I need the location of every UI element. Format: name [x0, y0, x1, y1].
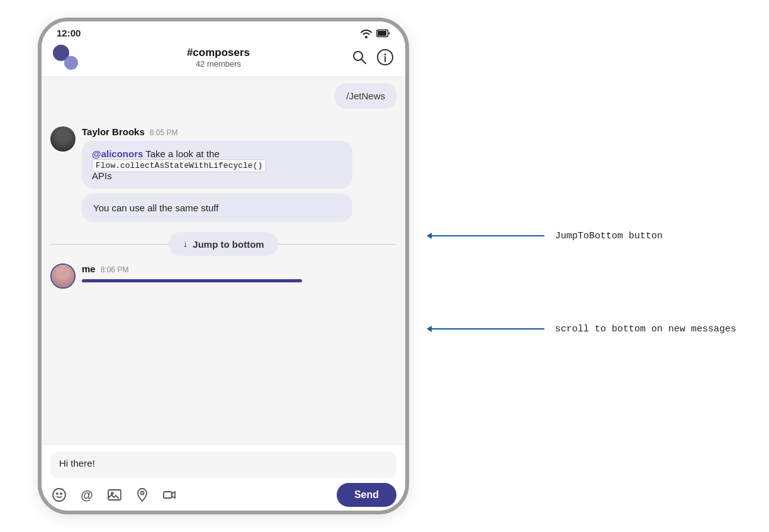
channel-name: #composers — [86, 47, 351, 59]
scroll-annotation: scroll to bottom on new messages — [422, 319, 736, 338]
phone-inner: 12:00 — [42, 21, 405, 511]
svg-line-3 — [362, 60, 366, 64]
svg-marker-17 — [427, 326, 432, 332]
jump-annotation-text: JumpToBottom button — [555, 231, 663, 241]
status-bar: 12:00 — [42, 21, 405, 41]
send-button[interactable]: Send — [337, 483, 396, 507]
image-button[interactable] — [106, 486, 123, 504]
bubble1-text2: APIs — [92, 170, 112, 181]
status-time: 12:00 — [57, 28, 81, 38]
code-snippet: Flow.collectAsStateWithLifecycle() — [92, 159, 266, 172]
header-title-group: #composers 42 members — [86, 47, 351, 69]
search-icon[interactable] — [351, 49, 368, 65]
me-message-content: me 8:06 PM — [82, 263, 396, 282]
taylor-time: 8:05 PM — [150, 128, 178, 137]
status-icons — [360, 28, 390, 38]
avatar-circle-secondary — [64, 56, 78, 70]
svg-rect-13 — [164, 492, 172, 498]
members-count: 42 members — [86, 59, 351, 69]
video-button[interactable] — [161, 486, 179, 504]
svg-point-12 — [141, 492, 144, 495]
jetnews-bubble: /JetNews — [335, 83, 396, 109]
svg-point-11 — [111, 492, 113, 494]
jump-arrow — [422, 226, 547, 245]
bubble1-text1: Take a look at the — [145, 148, 220, 159]
jump-to-bottom-button[interactable]: ↓ Jump to bottom — [169, 232, 278, 256]
taylor-bubble-1: @aliconors Take a look at the Flow.colle… — [82, 141, 352, 189]
page-wrapper: 12:00 — [0, 0, 769, 532]
jetnews-message-row: /JetNews — [50, 83, 396, 118]
battery-icon — [376, 29, 390, 38]
svg-point-7 — [53, 489, 65, 501]
annotations-area: JumpToBottom button scroll to bottom on … — [422, 0, 768, 532]
message-input-display[interactable]: Hi there! — [50, 452, 396, 478]
me-time: 8:06 PM — [101, 265, 129, 274]
taylor-meta: Taylor Brooks 8:05 PM — [82, 126, 396, 137]
jump-to-bottom-row: ↓ Jump to bottom — [50, 232, 396, 256]
mention-button[interactable]: @ — [78, 486, 96, 504]
jump-arrow-icon: ↓ — [182, 238, 188, 250]
taylor-message-block: Taylor Brooks 8:05 PM @aliconors Take a … — [50, 126, 396, 189]
wifi-icon — [360, 28, 373, 38]
taylor-avatar — [50, 126, 76, 152]
mention-aliconors: @aliconors — [92, 148, 143, 159]
jump-annotation: JumpToBottom button — [422, 226, 663, 245]
taylor-bubble-2: You can use all the same stuff — [82, 194, 352, 222]
input-toolbar: @ — [50, 483, 396, 507]
me-name: me — [82, 263, 96, 274]
me-message-preview — [82, 279, 302, 282]
emoji-button[interactable] — [50, 486, 68, 504]
header-avatar[interactable] — [53, 45, 78, 70]
chat-body: /JetNews Taylor Brooks 8:05 PM @ — [42, 77, 405, 445]
taylor-message-content: Taylor Brooks 8:05 PM @aliconors Take a … — [82, 126, 396, 189]
taylor-name: Taylor Brooks — [82, 126, 145, 137]
me-avatar-img — [52, 265, 74, 287]
phone-frame: 12:00 — [38, 18, 409, 514]
svg-point-9 — [60, 493, 62, 494]
info-icon[interactable] — [376, 48, 394, 66]
svg-marker-15 — [427, 233, 432, 239]
me-message-block: me 8:06 PM — [50, 263, 396, 289]
svg-point-8 — [57, 493, 58, 494]
me-avatar — [50, 263, 76, 289]
header-actions — [351, 48, 394, 66]
jump-to-bottom-label: Jump to bottom — [193, 239, 264, 250]
scroll-arrow — [422, 319, 547, 338]
taylor-avatar-img — [50, 126, 76, 152]
svg-point-5 — [384, 53, 386, 55]
scroll-annotation-text: scroll to bottom on new messages — [555, 324, 736, 335]
input-area: Hi there! @ — [42, 445, 405, 511]
location-button[interactable] — [133, 486, 151, 504]
me-meta: me 8:06 PM — [82, 263, 396, 274]
svg-rect-1 — [378, 31, 386, 36]
app-header: #composers 42 members — [42, 41, 405, 77]
